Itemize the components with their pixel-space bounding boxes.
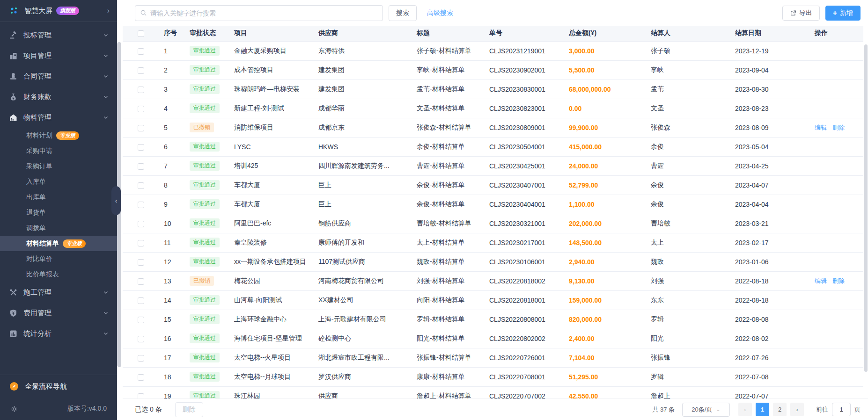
cell-project: 太空电梯--火星项目 (229, 348, 314, 367)
search-input[interactable] (150, 9, 378, 17)
page-button-1[interactable]: 1 (756, 403, 769, 416)
prev-page-button[interactable]: ‹ (738, 403, 752, 416)
status-badge: 已撤销 (190, 123, 214, 132)
sidebar-item-0[interactable]: 投标管理 (0, 25, 117, 45)
row-checkbox[interactable] (138, 67, 144, 74)
advanced-search-link[interactable]: 高级搜索 (427, 9, 453, 17)
row-checkbox[interactable] (138, 355, 144, 362)
cell-project: LYSC (229, 137, 314, 156)
cell-supplier: 建发集团 (314, 80, 412, 99)
sidebar-item-flow-navigation[interactable]: 全景流程导航 (0, 375, 117, 398)
page-size-select[interactable]: 20条/页 ⌄ (682, 403, 730, 417)
export-button[interactable]: 导出 (782, 6, 820, 21)
row-checkbox[interactable] (138, 48, 144, 55)
cell-title: 张俊森-材料结算单 (412, 118, 485, 137)
page-button-2[interactable]: 2 (773, 403, 787, 416)
cell-person: 李峡 (646, 60, 730, 80)
table-row: 12审批通过xx一期设备承包搭建项目1107测试供应商魏政-材料结算单CLJS2… (123, 252, 863, 271)
sidebar-item-2[interactable]: 合同管理 (0, 66, 117, 87)
sidebar-item-15[interactable]: 施工管理 (0, 282, 117, 303)
row-checkbox[interactable] (138, 87, 144, 93)
cell-amount: 68,000,000.00 (564, 80, 646, 99)
row-checkbox[interactable] (138, 278, 144, 285)
edit-link[interactable]: 编辑 (815, 277, 827, 284)
cell-person: 刘强 (646, 271, 730, 290)
goto-page-input[interactable] (832, 403, 851, 416)
row-checkbox[interactable] (138, 144, 144, 151)
select-all-checkbox[interactable] (138, 30, 144, 37)
sidebar-item-8[interactable]: 入库单 (0, 174, 117, 189)
cell-supplier: 康师傅的开发和 (314, 233, 412, 252)
sidebar-item-9[interactable]: 出库单 (0, 189, 117, 205)
cell-code: CLJS20230425001 (485, 156, 564, 175)
cell-title: 张振锋-材料结算单 (412, 348, 485, 367)
cell-title: 康康-材料结算单 (412, 367, 485, 386)
row-checkbox[interactable] (138, 393, 144, 398)
status-badge: 审批通过 (190, 180, 220, 189)
sidebar-item-label: 物料管理 (23, 113, 51, 122)
sidebar-item-4[interactable]: 物料管理 (0, 107, 117, 128)
sidebar-item-14[interactable]: 比价单报表 (0, 267, 117, 282)
cell-amount: 159,000.00 (564, 290, 646, 310)
sidebar-item-16[interactable]: 费用管理 (0, 303, 117, 323)
column-header: 供应商 (314, 26, 412, 41)
row-checkbox[interactable] (138, 259, 144, 266)
row-checkbox[interactable] (138, 317, 144, 323)
vertical-scrollbar[interactable] (864, 44, 868, 372)
sidebar-item-label: 费用管理 (23, 309, 51, 318)
cell-project: 消防维保项目 (229, 118, 314, 137)
table-row: 15审批通过上海环球金融中心上海-元歌建材有限公司罗辑-材料结算单CLJS202… (123, 310, 863, 329)
sidebar-item-17[interactable]: 统计分析 (0, 323, 117, 344)
cell-supplier: 上海-元歌建材有限公司 (314, 310, 412, 329)
sidebar-item-label: 财务账款 (23, 93, 51, 101)
sidebar-item-smart-screen[interactable]: 智慧大屏 旗舰版 › (0, 0, 117, 22)
toolbar: 搜索 高级搜索 导出 + 新增 (123, 0, 868, 26)
chevron-down-icon (103, 73, 109, 79)
row-checkbox[interactable] (138, 297, 144, 304)
table-row: 6审批通过LYSCHKWS余俊-材料结算单CLJS20230504001415,… (123, 137, 863, 156)
delete-link[interactable]: 删除 (832, 277, 845, 284)
edit-link[interactable]: 编辑 (815, 124, 827, 131)
cell-project: 金融大厦采购项目 (229, 41, 314, 60)
batch-delete-button[interactable]: 删除 (175, 402, 203, 417)
cell-code: CLJS20230217001 (485, 233, 564, 252)
sidebar-item-10[interactable]: 退货单 (0, 205, 117, 220)
sidebar-item-5[interactable]: 材料计划专业版 (0, 128, 117, 143)
search-button[interactable]: 搜索 (389, 5, 417, 21)
gear-icon[interactable] (10, 405, 18, 413)
sidebar-item-12[interactable]: 材料结算单专业版 (0, 236, 117, 251)
row-checkbox[interactable] (138, 221, 144, 227)
cell-title: 余俊-材料结算单 (412, 175, 485, 195)
pro-badge: 专业版 (56, 131, 79, 140)
delete-link[interactable]: 删除 (832, 124, 845, 131)
cell-code: CLJS20220707002 (485, 386, 564, 398)
sidebar-item-7[interactable]: 采购订单 (0, 159, 117, 174)
sidebar-item-6[interactable]: 采购申请 (0, 143, 117, 159)
add-button[interactable]: + 新增 (825, 6, 861, 21)
row-checkbox[interactable] (138, 240, 144, 246)
row-checkbox[interactable] (138, 106, 144, 112)
gavel-icon (9, 31, 17, 39)
sidebar-menu: 投标管理项目管理合同管理财务账款物料管理材料计划专业版采购申请采购订单入库单出库… (0, 22, 117, 344)
sidebar-item-3[interactable]: 财务账款 (0, 87, 117, 107)
cell-amount: 51,295.00 (564, 367, 646, 386)
row-checkbox[interactable] (138, 374, 144, 381)
cell-amount: 99,900.00 (564, 118, 646, 137)
row-checkbox[interactable] (138, 182, 144, 189)
sidebar-item-11[interactable]: 调拨单 (0, 220, 117, 236)
cell-title: 余俊-材料结算单 (412, 137, 485, 156)
row-checkbox[interactable] (138, 202, 144, 208)
cell-supplier: 巨上 (314, 175, 412, 195)
goto-suffix: 页 (854, 406, 861, 414)
chevron-down-icon (103, 115, 109, 120)
cell-date: 2023-01-06 (730, 252, 810, 271)
row-checkbox[interactable] (138, 125, 144, 131)
row-checkbox[interactable] (138, 336, 144, 342)
next-page-button[interactable]: › (790, 403, 804, 416)
sidebar-item-13[interactable]: 对比单价 (0, 251, 117, 267)
row-checkbox[interactable] (138, 163, 144, 170)
sidebar-collapse-handle[interactable]: ‹ (111, 186, 121, 215)
export-icon (790, 10, 796, 16)
sidebar-item-label: 统计分析 (23, 329, 51, 338)
sidebar-item-1[interactable]: 项目管理 (0, 45, 117, 66)
